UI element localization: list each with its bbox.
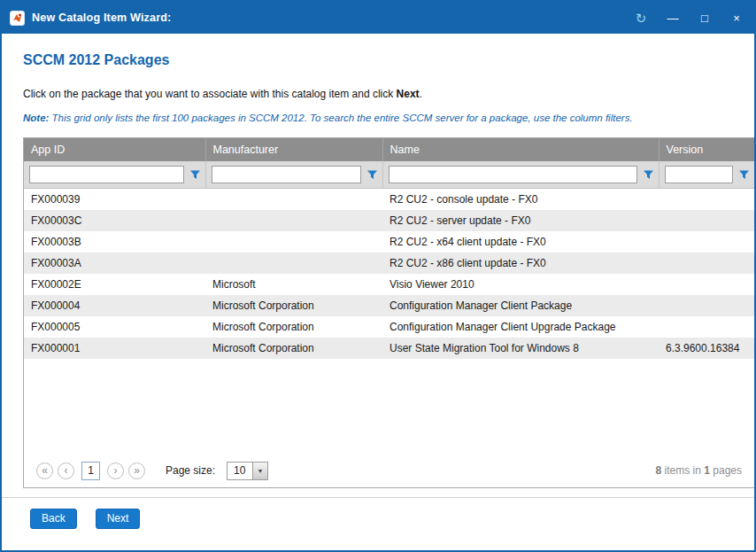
cell-manufacturer: Microsoft Corporation [205,338,382,359]
pager-last-button[interactable]: » [128,463,145,479]
column-header-name[interactable]: Name [382,138,659,161]
maximize-icon[interactable]: □ [698,12,712,24]
cell-appid: FX00003A [24,253,205,274]
table-row[interactable]: FX00002E Microsoft Visio Viewer 2010 [24,274,754,295]
column-header-version[interactable]: Version [659,138,754,161]
instruction-bold: Next [397,88,420,100]
filter-input-name[interactable] [389,166,637,183]
chevron-down-icon[interactable]: ▼ [252,463,267,479]
cell-manufacturer [205,231,382,253]
pages-suffix: pages [710,464,742,477]
packages-table: App ID Manufacturer Name Version [24,138,754,359]
cell-manufacturer: Microsoft Corporation [205,316,382,338]
cell-name: R2 CU2 - server update - FX0 [382,210,659,231]
refresh-icon[interactable]: ↻ [634,12,648,25]
cell-name: R2 CU2 - x64 client update - FX0 [382,231,659,253]
note-text: Note: This grid only lists the first 100… [23,113,733,123]
cell-appid: FX000039 [24,189,205,210]
page-size-label: Page size: [166,464,215,477]
close-icon[interactable]: × [729,12,744,24]
app-icon [10,11,25,26]
table-row[interactable]: FX00003B R2 CU2 - x64 client update - FX… [24,231,754,253]
cell-version [659,253,754,274]
grid-filter-row [24,161,754,189]
instruction-prefix: Click on the package that you want to as… [23,88,397,100]
table-row[interactable]: FX000001 Microsoft Corporation User Stat… [24,338,754,359]
filter-input-manufacturer[interactable] [212,166,361,183]
pages-count: 1 [704,464,710,477]
packages-grid: App ID Manufacturer Name Version [23,137,754,488]
cell-appid: FX000001 [24,338,205,359]
cell-appid: FX00003B [24,231,205,253]
cell-version [659,274,754,295]
cell-version: 6.3.9600.16384 [659,338,754,359]
minimize-icon[interactable]: — [666,12,680,24]
next-button[interactable]: Next [96,509,141,529]
wizard-content: SCCM 2012 Packages Click on the package … [2,34,754,550]
filter-input-appid[interactable] [29,166,184,183]
cell-name: R2 CU2 - console update - FX0 [382,189,659,210]
items-infix: items in [661,464,704,477]
pager-first-button[interactable]: « [36,463,53,479]
filter-funnel-icon[interactable] [643,169,654,181]
filter-funnel-icon[interactable] [189,169,201,181]
cell-appid: FX00003C [24,210,205,231]
column-header-appid[interactable]: App ID [24,138,205,161]
wizard-window: New Catalog Item Wizard: ↻ — □ × SCCM 20… [0,0,756,552]
cell-version [659,295,754,316]
instruction-text: Click on the package that you want to as… [23,88,733,100]
instruction-suffix: . [420,88,422,100]
table-row[interactable]: FX000005 Microsoft Corporation Configura… [24,316,754,338]
pager-prev-button[interactable]: ‹ [58,463,74,479]
cell-version [659,231,754,253]
window-controls: ↻ — □ × [634,12,744,25]
cell-version [659,316,754,338]
cell-manufacturer [205,189,382,210]
back-button[interactable]: Back [30,509,77,529]
cell-name: Configuration Manager Client Package [382,295,659,316]
cell-manufacturer [205,253,382,274]
grid-header-row: App ID Manufacturer Name Version [24,138,754,161]
titlebar: New Catalog Item Wizard: ↻ — □ × [2,2,754,34]
cell-appid: FX000005 [24,316,205,338]
cell-appid: FX000004 [24,295,205,316]
note-label: Note: [23,113,49,123]
table-row[interactable]: FX000004 Microsoft Corporation Configura… [24,295,754,316]
window-title: New Catalog Item Wizard: [32,12,172,24]
cell-appid: FX00002E [24,274,205,295]
cell-version [659,189,754,210]
filter-funnel-icon[interactable] [738,169,750,181]
cell-manufacturer: Microsoft Corporation [205,295,382,316]
table-row[interactable]: FX000039 R2 CU2 - console update - FX0 [24,189,754,210]
filter-input-version[interactable] [665,166,734,183]
page-size-value: 10 [228,463,252,479]
grid-empty-area [24,359,754,455]
pager-next-button[interactable]: › [107,463,124,479]
cell-name: R2 CU2 - x86 client update - FX0 [382,253,659,274]
cell-name: Visio Viewer 2010 [382,274,659,295]
pager-info: 8 items in 1 pages [656,464,742,477]
cell-manufacturer: Microsoft [205,274,382,295]
cell-manufacturer [205,210,382,231]
pager: « ‹ 1 › » Page size: 10 ▼ 8 items in 1 p… [24,454,754,487]
cell-version [659,210,754,231]
cell-name: Configuration Manager Client Upgrade Pac… [382,316,659,338]
page-size-dropdown[interactable]: 10 ▼ [227,462,268,480]
footer-buttons: Back Next [2,498,754,529]
page-title: SCCM 2012 Packages [23,52,733,68]
column-header-manufacturer[interactable]: Manufacturer [205,138,382,161]
cell-name: User State Migration Tool for Windows 8 [382,338,659,359]
filter-funnel-icon[interactable] [366,169,378,181]
table-row[interactable]: FX00003C R2 CU2 - server update - FX0 [24,210,754,231]
pager-current-page[interactable]: 1 [81,462,100,480]
note-body: This grid only lists the first 100 packa… [49,113,632,123]
table-row[interactable]: FX00003A R2 CU2 - x86 client update - FX… [24,253,754,274]
